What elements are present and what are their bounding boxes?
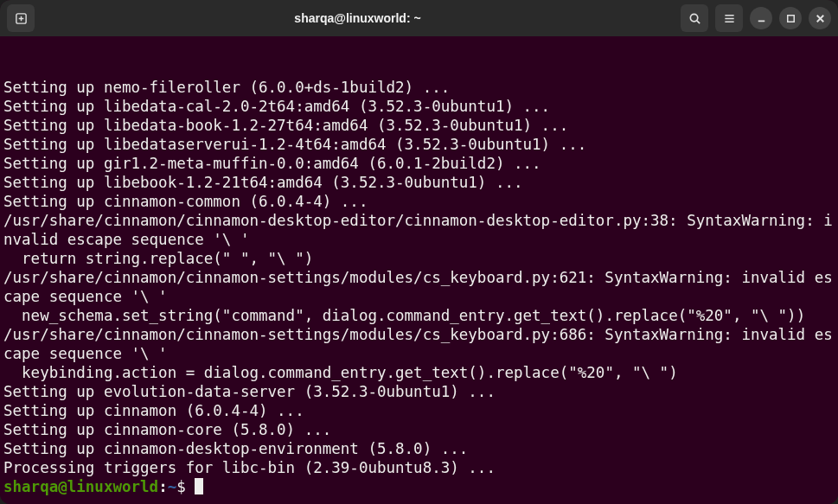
close-button[interactable] (809, 7, 831, 29)
prompt-user-host: sharqa@linuxworld (3, 478, 158, 495)
svg-point-3 (690, 14, 697, 21)
prompt-colon: : (158, 478, 168, 495)
new-tab-icon (15, 12, 28, 25)
svg-rect-9 (787, 15, 794, 22)
svg-line-4 (696, 20, 699, 22)
titlebar-left (7, 4, 35, 32)
menu-button[interactable] (715, 4, 743, 32)
minimize-icon (755, 12, 768, 25)
search-icon (688, 12, 701, 25)
terminal-content[interactable]: Setting up nemo-fileroller (6.0.0+ds-1bu… (0, 36, 838, 504)
cursor (195, 478, 203, 494)
titlebar-right (681, 4, 831, 32)
maximize-icon (784, 12, 797, 25)
window-title: sharqa@linuxworld: ~ (40, 11, 675, 25)
prompt-symbol: $ (176, 478, 186, 495)
new-tab-button[interactable] (7, 4, 35, 32)
minimize-button[interactable] (750, 7, 772, 29)
prompt-line: sharqa@linuxworld:~$ (3, 478, 203, 495)
hamburger-icon (723, 12, 736, 25)
maximize-button[interactable] (779, 7, 802, 29)
terminal-output: Setting up nemo-fileroller (6.0.0+ds-1bu… (3, 78, 835, 477)
close-icon (814, 12, 827, 25)
terminal-window: sharqa@linuxworld: ~ (0, 0, 838, 504)
prompt-path: ~ (168, 478, 177, 495)
search-button[interactable] (681, 4, 708, 32)
titlebar: sharqa@linuxworld: ~ (0, 0, 838, 36)
